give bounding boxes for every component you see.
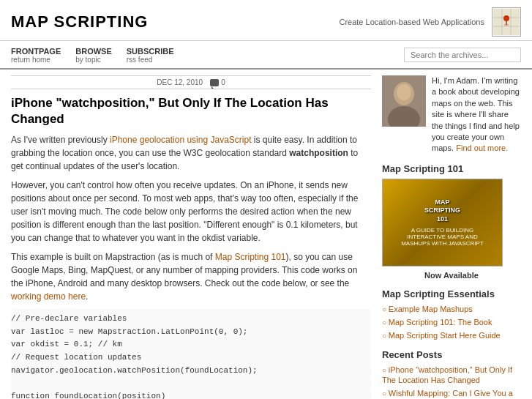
book-title: Map Scripting 101 [382, 163, 521, 174]
main-content: DEC 12, 2010 0 iPhone "watchposition," B… [0, 70, 532, 399]
sidebar: Hi, I'm Adam. I'm writing a book about d… [382, 70, 521, 399]
sidebar-intro-text: Hi, I'm Adam. I'm writing a book about d… [432, 75, 521, 154]
book-subtitle: MAPSCRIPTING101 [401, 198, 484, 224]
working-demo-link[interactable]: working demo here [11, 291, 86, 302]
header-tagline: Create Location-based Web Applications [339, 18, 484, 26]
nav-frontpage[interactable]: FRONTPAGE return home [11, 41, 72, 68]
list-item: Map Scripting Start Here Guide [382, 330, 521, 340]
post-para-3: This example is built on Mapstraction (a… [11, 250, 371, 303]
map-scripting-101-link[interactable]: Map Scripting 101 [215, 252, 286, 262]
page-header: MAP SCRIPTING Create Location-based Web … [0, 0, 532, 41]
find-out-more-link[interactable]: Find out more. [456, 143, 508, 152]
list-item: Example Map Mashups [382, 304, 521, 314]
comment-bubble-icon [210, 79, 219, 86]
start-here-link[interactable]: Map Scripting Start Here Guide [389, 331, 501, 340]
code-block: // Pre-declare variables var lastloc = n… [11, 309, 371, 399]
author-avatar [382, 75, 426, 127]
sidebar-essentials-section: Map Scripting Essentials Example Map Mas… [382, 288, 521, 340]
post-para-1: As I've written previously iPhone geoloc… [11, 133, 371, 173]
book-availability: Now Available [382, 271, 521, 280]
essentials-list: Example Map Mashups Map Scripting 101: T… [382, 304, 521, 340]
search-input[interactable] [404, 48, 521, 62]
content-area: DEC 12, 2010 0 iPhone "watchposition," B… [11, 70, 371, 399]
book-description: A GUIDE TO BUILDINGINTERACTIVE MAPS ANDM… [401, 227, 484, 247]
search-container [404, 48, 521, 62]
iphone-geolocation-link[interactable]: iPhone geolocation using JavaScript [110, 135, 251, 145]
site-title: MAP SCRIPTING [11, 12, 148, 31]
nav-browse[interactable]: BROWSE by topic [75, 41, 123, 68]
navigation: FRONTPAGE return home BROWSE by topic SU… [0, 41, 532, 70]
recent-post-2-link[interactable]: Wishful Mapping: Can I Give You a Book? [382, 389, 513, 399]
recent-list: iPhone "watchposition," But Only If The … [382, 365, 521, 399]
book-link[interactable]: Map Scripting 101: The Book [389, 318, 492, 327]
book-image: MAPSCRIPTING101 A GUIDE TO BUILDINGINTER… [382, 179, 503, 266]
example-mashups-link[interactable]: Example Map Mashups [389, 305, 473, 313]
list-item: iPhone "watchposition," But Only If The … [382, 365, 521, 385]
nav-subscribe[interactable]: SUBSCRIBE rss feed [127, 41, 185, 68]
sidebar-recent-section: Recent Posts iPhone "watchposition," But… [382, 349, 521, 399]
recent-post-1-link[interactable]: iPhone "watchposition," But Only If The … [382, 365, 512, 384]
list-item: Map Scripting 101: The Book [382, 317, 521, 327]
svg-point-11 [397, 84, 411, 100]
sidebar-book-section: Map Scripting 101 MAPSCRIPTING101 A GUID… [382, 163, 521, 280]
map-icon [492, 7, 521, 37]
header-right: Create Location-based Web Applications [339, 7, 521, 37]
sidebar-intro: Hi, I'm Adam. I'm writing a book about d… [382, 75, 521, 154]
post-title: iPhone "watchposition," But Only If The … [11, 95, 371, 127]
sidebar-intro-section: Hi, I'm Adam. I'm writing a book about d… [382, 75, 521, 154]
recent-title: Recent Posts [382, 349, 521, 360]
post-para-2: However, you can't control how often you… [11, 179, 371, 245]
post-date: DEC 12, 2010 [157, 78, 203, 86]
list-item: Wishful Mapping: Can I Give You a Book? [382, 388, 521, 399]
post-date-bar: DEC 12, 2010 0 [11, 75, 371, 89]
comment-count: 0 [210, 78, 225, 86]
post-body: As I've written previously iPhone geoloc… [11, 133, 371, 399]
essentials-title: Map Scripting Essentials [382, 288, 521, 299]
